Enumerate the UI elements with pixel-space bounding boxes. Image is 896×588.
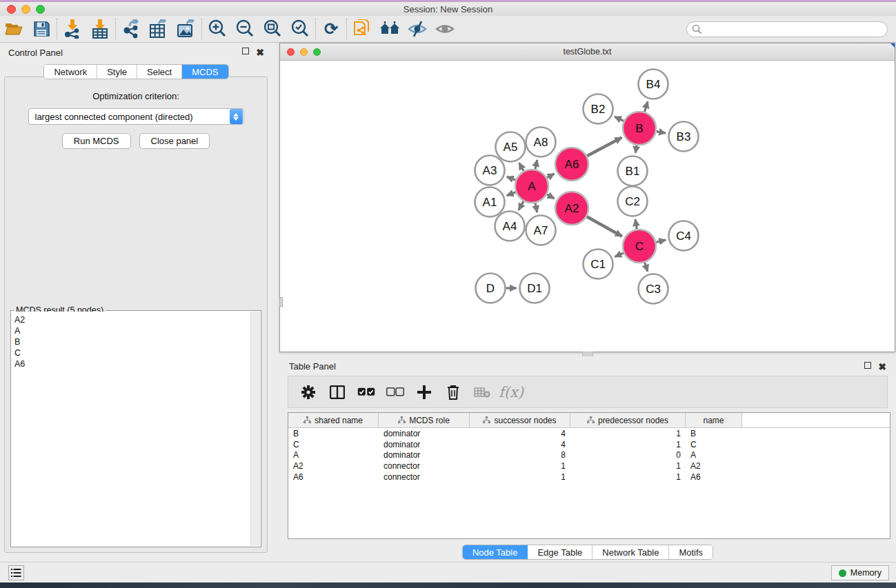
edge-C-C4[interactable] [656,240,666,242]
table-cell[interactable]: A2 [288,461,379,471]
table-cell[interactable]: dominator [379,440,470,449]
graph-node-B3[interactable]: B3 [669,122,699,152]
export-network-icon[interactable] [117,17,145,41]
table-row[interactable]: A6connector11A6 [288,472,890,483]
mcds-result-list[interactable]: A2ABCA6 [12,312,250,546]
table-cell[interactable]: connector [379,461,470,471]
graph-node-A2[interactable]: A2 [555,192,588,225]
graph-node-A8[interactable]: A8 [526,128,556,157]
edge-B-B1[interactable] [635,145,637,153]
close-panel-icon[interactable]: ✖ [256,48,264,57]
home-view-icon[interactable] [376,17,404,41]
function-builder-icon[interactable]: f(x) [498,379,524,405]
export-image-icon[interactable] [172,17,200,41]
table-cell[interactable]: dominator [379,429,470,438]
mcds-result-item[interactable]: A2 [14,314,250,325]
column-header-predecessor-nodes[interactable]: predecessor nodes [570,413,686,427]
edge-A2-C[interactable] [587,216,622,236]
select-all-checkboxes-icon[interactable] [353,379,379,405]
zoom-in-icon[interactable] [203,17,231,41]
table-row[interactable]: Bdominator41B [288,428,890,439]
table-cell[interactable]: 1 [570,440,686,449]
tab-network[interactable]: Network [44,65,97,79]
graph-node-A6[interactable]: A6 [555,148,588,181]
column-header-name[interactable]: name [686,413,742,427]
edge-A-A5[interactable] [519,163,524,171]
table-options-gear-icon[interactable] [295,379,321,405]
graph-node-C4[interactable]: C4 [669,221,699,251]
mcds-result-item[interactable]: C [14,347,250,358]
table-row[interactable]: Cdominator41C [288,439,890,450]
hide-selected-icon[interactable] [404,17,431,41]
graph-node-C1[interactable]: C1 [584,250,613,279]
close-panel-button[interactable]: Close panel [139,133,210,149]
table-cell[interactable]: B [686,429,742,438]
horizontal-divider-grip[interactable] [582,352,593,356]
tab-network-table[interactable]: Network Table [593,545,669,559]
edge-A-A3[interactable] [507,176,516,180]
edge-B-B3[interactable] [657,132,666,134]
graph-node-A3[interactable]: A3 [475,156,505,185]
copy-style-icon[interactable] [348,17,376,41]
table-row[interactable]: Adominator80A [288,449,890,460]
edge-A-A2[interactable] [547,194,555,199]
table-cell[interactable]: 1 [470,472,570,482]
edge-A-A1[interactable] [507,192,516,196]
graph-node-D[interactable]: D [476,274,506,303]
tab-style[interactable]: Style [97,65,137,79]
table-row[interactable]: A2connector11A2 [288,460,890,472]
close-table-panel-icon[interactable]: ✖ [878,362,886,372]
network-window-titlebar[interactable]: testGlobe.txt [280,43,895,61]
float-panel-icon[interactable] [242,48,249,57]
refresh-icon[interactable]: ⟳ [317,17,345,41]
table-cell[interactable]: 1 [570,461,686,471]
memory-button[interactable]: Memory [831,565,889,580]
edge-C-C1[interactable] [615,253,624,257]
search-input[interactable] [686,21,888,37]
save-session-icon[interactable] [28,17,55,41]
split-pane-grip[interactable] [279,297,283,307]
table-cell[interactable]: 4 [470,440,570,449]
edge-A-A4[interactable] [519,201,524,210]
network-graph[interactable]: B4B2BB3A8A5A6A3B1AA1C2A2A4A7C4CC1DD1C3 [280,61,895,352]
table-cell[interactable]: A2 [686,461,742,471]
task-history-button[interactable] [8,565,24,580]
graph-node-B2[interactable]: B2 [584,94,613,124]
tab-motifs[interactable]: Motifs [669,545,713,559]
node-table[interactable]: shared nameMCDS rolesuccessor nodesprede… [288,412,890,539]
table-cell[interactable]: 4 [470,429,570,438]
graph-node-C[interactable]: C [623,230,656,263]
table-cell[interactable]: A [686,450,742,460]
tab-node-table[interactable]: Node Table [463,545,528,559]
network-canvas[interactable]: B4B2BB3A8A5A6A3B1AA1C2A2A4A7C4CC1DD1C3 [280,61,895,352]
table-cell[interactable]: connector [379,472,470,482]
delete-table-icon[interactable] [469,379,495,405]
edge-B-B2[interactable] [615,116,624,121]
graph-node-A7[interactable]: A7 [526,216,556,245]
show-all-icon[interactable] [431,17,459,41]
table-cell[interactable]: 8 [470,450,570,460]
graph-node-B1[interactable]: B1 [618,156,648,186]
edge-A6-B[interactable] [587,138,621,156]
mcds-result-item[interactable]: B [14,336,250,347]
graph-node-B[interactable]: B [623,112,656,145]
mcds-result-item[interactable]: A [14,325,250,336]
column-header-shared-name[interactable]: shared name [288,413,379,427]
graph-node-D1[interactable]: D1 [520,274,550,303]
graph-node-C3[interactable]: C3 [639,274,668,304]
table-cell[interactable]: dominator [379,450,470,460]
edge-A-A8[interactable] [535,160,537,170]
zoom-selected-icon[interactable] [286,17,314,41]
import-table-icon[interactable] [86,17,114,41]
run-mcds-button[interactable]: Run MCDS [62,133,131,149]
float-table-panel-icon[interactable] [864,362,871,372]
add-column-icon[interactable] [411,379,437,405]
delete-column-icon[interactable] [440,379,466,405]
graph-node-A4[interactable]: A4 [495,212,525,241]
graph-node-C2[interactable]: C2 [618,187,648,216]
edge-A-A6[interactable] [547,174,555,178]
edge-C-C2[interactable] [635,219,637,229]
result-scrollbar[interactable] [250,312,260,546]
deselect-all-checkboxes-icon[interactable] [382,379,408,405]
columns-icon[interactable] [324,379,350,405]
